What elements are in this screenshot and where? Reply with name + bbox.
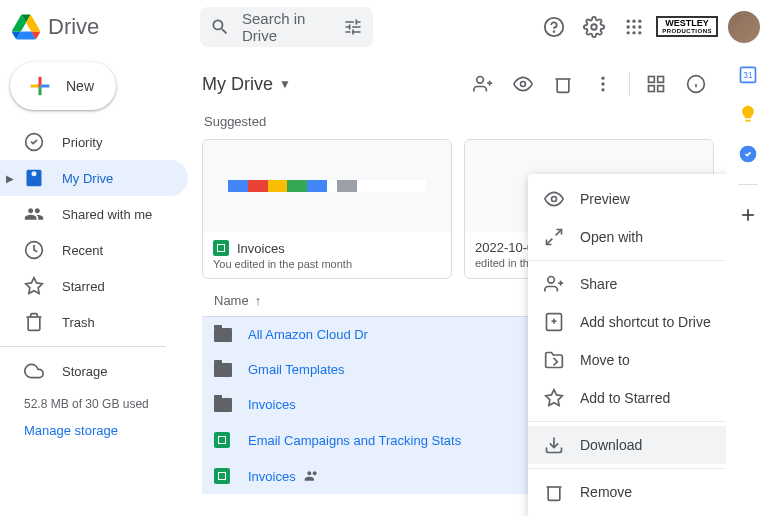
breadcrumb[interactable]: My Drive ▼	[202, 74, 291, 95]
header-icons: WESTLEYPRODUCTIONS	[536, 9, 760, 45]
file-name: Invoices	[248, 468, 572, 484]
sheets-icon	[213, 240, 229, 256]
svg-marker-37	[546, 390, 563, 406]
recent-icon	[24, 240, 44, 260]
logo-area[interactable]: Drive	[12, 13, 200, 41]
svg-line-30	[556, 230, 562, 236]
search-placeholder: Search in Drive	[242, 10, 343, 44]
keep-icon[interactable]	[738, 104, 758, 124]
svg-marker-14	[26, 278, 43, 294]
help-icon[interactable]	[536, 9, 572, 45]
suggested-subtitle: You edited in the past month	[213, 258, 441, 270]
menu-item-trash[interactable]: Remove	[528, 473, 726, 511]
settings-icon[interactable]	[576, 9, 612, 45]
menu-item-shortcut[interactable]: Add shortcut to Drive	[528, 303, 726, 341]
sidebar: New Priority ▶My Drive Shared with me Re…	[0, 54, 188, 516]
svg-rect-24	[658, 86, 664, 92]
sheets-icon	[214, 468, 234, 484]
svg-point-29	[552, 197, 557, 202]
tasks-icon[interactable]	[738, 144, 758, 164]
svg-rect-23	[658, 77, 664, 83]
svg-text:31: 31	[743, 70, 753, 80]
priority-icon	[24, 132, 44, 152]
open-icon	[544, 227, 564, 247]
apps-icon[interactable]	[616, 9, 652, 45]
brand-logo[interactable]: WESTLEYPRODUCTIONS	[656, 16, 718, 37]
menu-item-label: Download	[580, 437, 642, 453]
sidebar-item-label: Starred	[62, 279, 105, 294]
menu-item-star[interactable]: Add to Starred	[528, 379, 726, 417]
svg-point-7	[632, 25, 635, 28]
sidebar-item-storage[interactable]: Storage	[0, 353, 188, 389]
breadcrumb-label: My Drive	[202, 74, 273, 95]
sidebar-item-priority[interactable]: Priority	[0, 124, 188, 160]
grid-view-button[interactable]	[638, 66, 674, 102]
content: My Drive ▼ Suggested Invoices You edited…	[188, 54, 726, 516]
svg-rect-25	[649, 86, 655, 92]
svg-line-31	[547, 239, 553, 245]
new-button[interactable]: New	[10, 62, 116, 110]
menu-item-share[interactable]: Share	[528, 265, 726, 303]
sidebar-item-starred[interactable]: Starred	[0, 268, 188, 304]
menu-item-move[interactable]: Move to	[528, 341, 726, 379]
svg-rect-22	[649, 77, 655, 83]
shortcut-icon	[544, 312, 564, 332]
menu-item-label: Share	[580, 276, 617, 292]
eye-icon	[544, 189, 564, 209]
sidebar-item-recent[interactable]: Recent	[0, 232, 188, 268]
delete-button[interactable]	[545, 66, 581, 102]
share-icon	[544, 274, 564, 294]
info-button[interactable]	[678, 66, 714, 102]
svg-point-5	[638, 19, 641, 22]
plus-icon	[26, 72, 54, 100]
preview-button[interactable]	[505, 66, 541, 102]
svg-point-9	[627, 31, 630, 34]
folder-icon	[214, 398, 234, 412]
svg-point-20	[601, 82, 604, 85]
sidebar-item-shared[interactable]: Shared with me	[0, 196, 188, 232]
file-name: Email Campaigns and Tracking Stats	[248, 433, 572, 448]
calendar-icon[interactable]: 31	[738, 64, 758, 84]
sidebar-item-trash[interactable]: Trash	[0, 304, 188, 340]
manage-storage-link[interactable]: Manage storage	[0, 419, 188, 442]
tune-icon[interactable]	[343, 17, 363, 37]
suggested-label: Suggested	[204, 114, 714, 129]
svg-point-15	[477, 77, 484, 84]
suggested-title: Invoices	[237, 241, 285, 256]
share-button[interactable]	[465, 66, 501, 102]
sidebar-item-label: Trash	[62, 315, 95, 330]
menu-item-label: Open with	[580, 229, 643, 245]
suggested-card[interactable]: Invoices You edited in the past month	[202, 139, 452, 279]
menu-item-eye[interactable]: Preview	[528, 180, 726, 218]
sidebar-item-label: My Drive	[62, 171, 113, 186]
caret-down-icon: ▼	[279, 77, 291, 91]
svg-point-3	[627, 19, 630, 22]
folder-icon	[214, 363, 234, 377]
svg-point-21	[601, 88, 604, 91]
move-icon	[544, 350, 564, 370]
file-name: All Amazon Cloud Dr	[248, 327, 572, 342]
context-menu: PreviewOpen with▶ShareAdd shortcut to Dr…	[528, 174, 726, 516]
svg-point-11	[638, 31, 641, 34]
menu-item-label: Remove	[580, 484, 632, 500]
column-name[interactable]: Name↑	[214, 293, 572, 308]
menu-item-open[interactable]: Open with▶	[528, 218, 726, 256]
search-icon	[210, 17, 230, 37]
sheets-icon	[214, 432, 234, 448]
star-icon	[544, 388, 564, 408]
add-panel-icon[interactable]	[738, 205, 758, 225]
menu-item-label: Add to Starred	[580, 390, 670, 406]
svg-point-10	[632, 31, 635, 34]
menu-item-download[interactable]: Download	[528, 426, 726, 464]
svg-point-1	[554, 31, 555, 32]
sidebar-item-mydrive[interactable]: ▶My Drive	[0, 160, 188, 196]
search-bar[interactable]: Search in Drive	[200, 7, 373, 47]
svg-point-8	[638, 25, 641, 28]
svg-point-6	[627, 25, 630, 28]
sidebar-item-label: Shared with me	[62, 207, 152, 222]
caret-icon: ▶	[6, 173, 14, 184]
side-panel: 31	[726, 54, 768, 516]
more-button[interactable]	[585, 66, 621, 102]
avatar[interactable]	[728, 11, 760, 43]
sidebar-item-label: Priority	[62, 135, 102, 150]
